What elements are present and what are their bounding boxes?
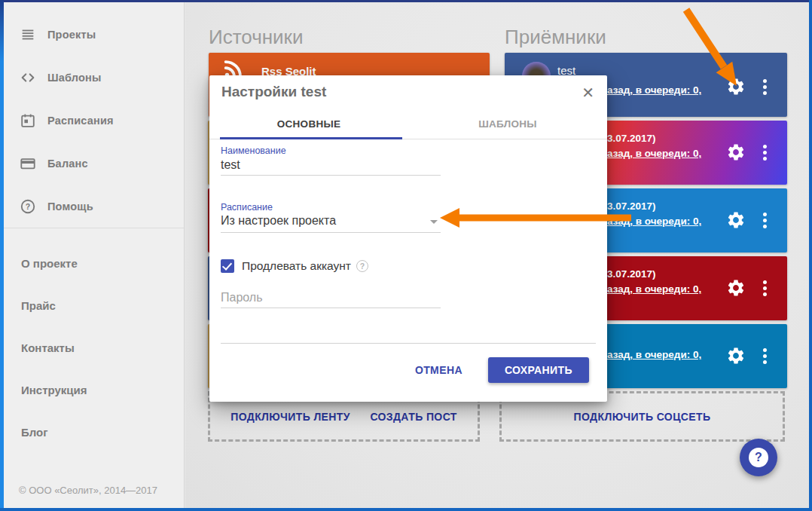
sidebar-link-contacts[interactable]: Контакты [4, 326, 184, 369]
sidebar: Проекты Шаблоны Расписания Баланс ? Помо… [4, 2, 185, 508]
window-border-bottom [0, 508, 812, 511]
schedule-field-label: Расписание [221, 202, 273, 213]
queue-link[interactable]: азад, в очереди: 0, [607, 349, 701, 360]
chevron-down-icon [430, 220, 438, 224]
sidebar-item-label: Расписания [47, 115, 114, 127]
dialog-tabs: ОСНОВНЫЕ ШАБЛОНЫ [209, 109, 607, 139]
settings-gear-icon[interactable] [726, 346, 746, 366]
settings-gear-icon[interactable] [726, 278, 746, 298]
sidebar-item-balance[interactable]: Баланс [4, 142, 184, 185]
more-menu-icon[interactable] [760, 280, 771, 298]
connect-social-button[interactable]: ПОДКЛЮЧИТЬ СОЦСЕТЬ [568, 406, 717, 427]
connect-feed-button[interactable]: ПОДКЛЮЧИТЬ ЛЕНТУ [224, 406, 356, 427]
sidebar-item-templates[interactable]: Шаблоны [4, 56, 184, 99]
paid-until-text: 3.07.2017) [607, 200, 656, 212]
help-tooltip-icon[interactable]: ? [356, 260, 368, 272]
queue-link[interactable]: азад, в очереди: 0, [607, 84, 701, 96]
dialog-title: Настройки test [221, 84, 326, 100]
list-icon [20, 26, 36, 43]
sidebar-item-help[interactable]: ? Помощь [4, 185, 184, 228]
more-menu-icon[interactable] [760, 213, 771, 231]
queue-link[interactable]: азад, в очереди: 0, [607, 216, 701, 227]
dialog-actions: ОТМЕНА СОХРАНИТЬ [209, 357, 607, 383]
renew-account-label: Продлевать аккаунт [242, 259, 351, 273]
sidebar-item-label: Шаблоны [47, 72, 102, 84]
save-button[interactable]: СОХРАНИТЬ [488, 357, 589, 383]
question-mark-icon: ? [749, 448, 768, 467]
close-icon[interactable]: ✕ [582, 85, 594, 100]
sidebar-link-about[interactable]: О проекте [4, 242, 184, 284]
renew-account-checkbox[interactable] [221, 259, 234, 273]
window-border-top [0, 0, 812, 2]
name-field[interactable] [221, 158, 441, 176]
sidebar-item-label: Проекты [47, 29, 96, 41]
queue-link[interactable]: азад, в очереди: 0, [607, 283, 701, 295]
name-field-label: Наименование [221, 145, 286, 156]
create-post-button[interactable]: СОЗДАТЬ ПОСТ [364, 406, 462, 427]
sidebar-item-label: Баланс [47, 158, 88, 170]
sidebar-item-schedules[interactable]: Расписания [4, 99, 184, 142]
tab-main[interactable]: ОСНОВНЫЕ [209, 109, 408, 139]
modal-divider [221, 343, 596, 344]
copyright-text: © ООО «Сеолит», 2014—2017 [19, 485, 157, 496]
paid-until-text: 3.07.2017) [607, 133, 656, 144]
schedule-select[interactable]: Из настроек проекта [221, 214, 441, 233]
sources-column-title: Источники [209, 26, 304, 49]
code-icon [20, 69, 36, 86]
sidebar-nav: Проекты Шаблоны Расписания Баланс ? Помо… [4, 2, 184, 228]
help-icon: ? [20, 198, 36, 215]
settings-gear-icon[interactable] [726, 142, 746, 162]
sidebar-links: О проекте Прайс Контакты Инструкция Блог [4, 228, 184, 453]
more-menu-icon[interactable] [760, 348, 771, 366]
window-border-left [0, 0, 4, 511]
tab-templates[interactable]: ШАБЛОНЫ [408, 109, 607, 139]
settings-dialog: Настройки test ✕ ОСНОВНЫЕ ШАБЛОНЫ Наимен… [209, 75, 607, 402]
card-icon [20, 155, 36, 172]
renew-account-row: Продлевать аккаунт ? [221, 259, 368, 273]
sidebar-item-label: Помощь [47, 200, 93, 213]
sidebar-link-pricing[interactable]: Прайс [4, 284, 184, 326]
settings-gear-icon[interactable] [726, 210, 746, 230]
schedule-select-value: Из настроек проекта [221, 214, 336, 227]
cancel-button[interactable]: ОТМЕНА [412, 358, 466, 382]
sidebar-link-manual[interactable]: Инструкция [4, 369, 184, 411]
more-menu-icon[interactable] [760, 79, 771, 97]
calendar-icon [20, 112, 36, 129]
help-fab-button[interactable]: ? [740, 439, 777, 476]
window-border-right [809, 0, 812, 511]
password-field[interactable] [221, 291, 441, 308]
svg-text:?: ? [26, 201, 30, 210]
settings-gear-icon[interactable] [726, 77, 746, 96]
more-menu-icon[interactable] [760, 145, 771, 163]
queue-link[interactable]: азад, в очереди: 0, [607, 148, 701, 159]
receivers-column-title: Приёмники [505, 26, 606, 49]
paid-until-text: 3.07.2017) [607, 268, 656, 280]
sidebar-link-blog[interactable]: Блог [4, 411, 184, 453]
sidebar-item-projects[interactable]: Проекты [4, 13, 184, 56]
